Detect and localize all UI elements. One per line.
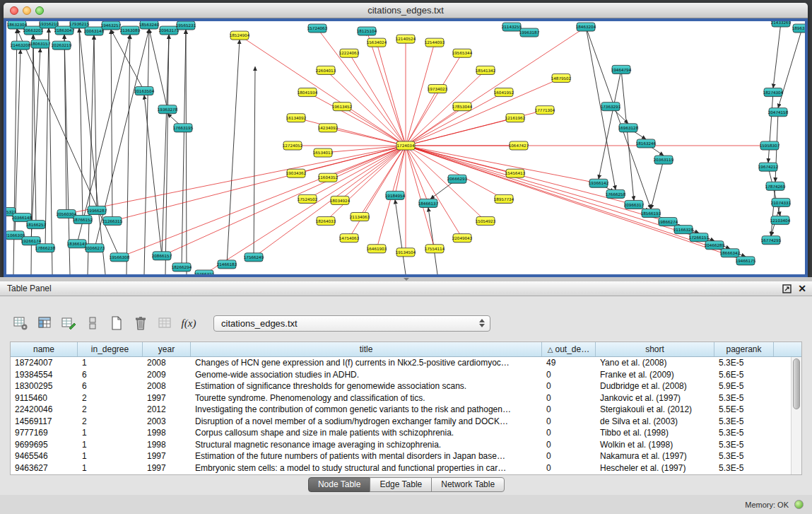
table-cell[interactable]: Changes of HCN gene expression and I(f) … <box>191 358 542 368</box>
graph-node[interactable]: 16041952 <box>494 88 514 97</box>
graph-node[interactable]: 15456413 <box>505 169 526 177</box>
network-canvas[interactable]: 1724034121405241254409319565344185413421… <box>6 21 805 274</box>
table-cell[interactable]: 5.3E-5 <box>714 440 774 450</box>
table-cell[interactable]: 5.3E-5 <box>714 416 774 426</box>
table-cell[interactable]: 9463627 <box>11 463 78 473</box>
table-cell[interactable]: 2008 <box>143 381 191 391</box>
graph-node[interactable]: 21166328 <box>673 226 694 234</box>
network-window[interactable]: citations_edges.txt 17240341214052412544… <box>4 3 808 277</box>
table-row[interactable]: 946362711997Embryonic stem cells: a mode… <box>11 462 801 474</box>
table-cell[interactable]: Genome-wide association studies in ADHD. <box>191 370 542 380</box>
graph-node[interactable]: 21074331 <box>771 198 792 206</box>
graph-node[interactable]: 17853044 <box>452 103 473 111</box>
table-cell[interactable]: 1 <box>78 440 143 450</box>
graph-node[interactable]: 20466289 <box>705 241 725 250</box>
table-cell[interactable]: 5.3E-5 <box>714 358 774 368</box>
graph-node[interactable]: 14234092 <box>318 124 338 132</box>
table-cell[interactable]: 9115460 <box>11 393 78 403</box>
graph-node[interactable]: 21466183 <box>217 260 237 269</box>
table-cell[interactable]: 2008 <box>143 358 191 368</box>
graph-node[interactable]: 16534013 <box>313 148 334 157</box>
graph-node[interactable]: 17663195 <box>173 124 194 132</box>
table-cell[interactable]: 6 <box>78 381 143 391</box>
graph-node[interactable]: 18266294 <box>172 263 192 271</box>
graph-node[interactable]: 20063148 <box>84 27 105 35</box>
table-cell[interactable]: Estimation of significance thresholds fo… <box>191 381 542 391</box>
tab-network-table[interactable]: Network Table <box>431 477 505 492</box>
graph-node[interactable]: 21433269 <box>771 21 792 27</box>
show-columns-button[interactable] <box>35 314 54 332</box>
graph-node[interactable]: 19966287 <box>87 206 107 214</box>
graph-node[interactable]: 19963187 <box>519 28 540 37</box>
table-cell[interactable]: 0 <box>542 404 596 414</box>
graph-node[interactable]: 17266151 <box>689 233 710 242</box>
delete-column-button[interactable] <box>131 314 150 332</box>
import-table-button[interactable] <box>155 314 174 332</box>
graph-node[interactable]: 18463204 <box>576 23 596 31</box>
graph-node[interactable]: 18166257 <box>26 221 47 229</box>
table-cell[interactable]: 0 <box>542 463 596 473</box>
table-cell[interactable]: 0 <box>542 416 596 426</box>
graph-node[interactable]: 17524502 <box>298 194 317 203</box>
graph-node[interactable]: 19674212 <box>758 163 778 171</box>
table-row[interactable]: 911546021997Tourette syndrome. Phenomeno… <box>11 392 801 404</box>
table-cell[interactable]: 1998 <box>143 440 191 450</box>
table-cell[interactable]: Tourette syndrome. Phenomenology and cla… <box>191 393 542 403</box>
graph-node[interactable]: 18666342 <box>720 249 740 257</box>
graph-node[interactable]: 15724063 <box>307 24 328 33</box>
graph-node[interactable]: 18541342 <box>476 66 495 74</box>
table-cell[interactable]: 0 <box>542 381 596 391</box>
table-cell[interactable]: 2 <box>78 416 143 426</box>
table-cell[interactable]: Corpus callosum shape and size in male p… <box>191 428 542 438</box>
table-row[interactable]: 1938455462009Genome-wide association stu… <box>11 369 801 381</box>
graph-node[interactable]: 21143255 <box>502 23 522 31</box>
table-cell[interactable]: 5.3E-5 <box>714 463 774 473</box>
float-panel-icon[interactable] <box>782 284 792 293</box>
table-cell[interactable]: 6 <box>78 370 143 380</box>
graph-node[interactable]: 15958307 <box>760 141 780 150</box>
graph-node[interactable]: 19565231 <box>176 21 196 30</box>
table-cell[interactable]: 5.3E-5 <box>714 428 774 438</box>
table-settings-button[interactable] <box>11 314 30 332</box>
table-cell[interactable]: Embryonic stem cells: a model to study s… <box>191 463 542 473</box>
graph-node[interactable]: 20363119 <box>654 156 674 164</box>
graph-node[interactable]: 19565344 <box>452 49 473 57</box>
column-header-short[interactable]: short <box>596 342 714 356</box>
graph-node[interactable]: 12103404 <box>770 216 791 225</box>
table-cell[interactable]: 1 <box>78 428 143 438</box>
graph-node[interactable]: 17874269 <box>765 182 786 190</box>
table-cell[interactable]: 0 <box>542 451 596 461</box>
column-header-in_degree[interactable]: in_degree <box>78 342 143 356</box>
graph-node[interactable]: 20666291 <box>447 175 468 183</box>
table-cell[interactable]: 0 <box>542 428 596 438</box>
graph-node[interactable]: 18125104 <box>357 27 377 35</box>
graph-node[interactable]: 18957734 <box>494 194 514 203</box>
table-cell[interactable]: Dudbridge et al. (2008) <box>596 381 714 391</box>
graph-node[interactable]: 17363291 <box>601 103 621 111</box>
graph-node[interactable]: 17566249 <box>244 253 264 262</box>
table-cell[interactable]: Structural magnetic resonance image aver… <box>191 440 542 450</box>
table-cell[interactable]: 1998 <box>143 428 191 438</box>
graph-node[interactable]: 18034924 <box>330 196 351 204</box>
graph-node[interactable]: 19184954 <box>385 191 406 199</box>
table-cell[interactable]: 22420046 <box>11 404 78 414</box>
table-cell[interactable]: 0 <box>542 440 596 450</box>
table-row[interactable]: 1872400712008Changes of HCN gene express… <box>11 357 801 369</box>
table-row[interactable]: 946554611997Estimation of the future num… <box>11 450 801 462</box>
graph-node[interactable]: 18264033 <box>316 217 336 226</box>
table-cell[interactable]: 9465546 <box>11 451 78 461</box>
graph-node[interactable]: 20263219 <box>52 41 72 49</box>
table-cell[interactable]: 2 <box>78 404 143 414</box>
table-cell[interactable]: Stergiakouli et al. (2012) <box>596 404 714 414</box>
graph-node[interactable]: 18524904 <box>230 31 250 40</box>
graph-node[interactable]: 19034362 <box>286 169 306 177</box>
graph-node[interactable]: 20163504 <box>134 87 155 95</box>
table-row[interactable]: 1456911722003Disruption of a novel membe… <box>11 416 801 428</box>
table-cell[interactable]: 2 <box>78 393 143 403</box>
graph-node[interactable]: 18163246 <box>636 139 657 148</box>
graph-node[interactable]: 19866274 <box>658 218 678 226</box>
graph-node[interactable]: 19734023 <box>428 85 448 93</box>
column-header-pagerank[interactable]: pagerank <box>714 342 774 356</box>
function-builder-button[interactable]: f(x) <box>180 314 198 332</box>
table-row[interactable]: 1830029562008Estimation of significance … <box>11 380 801 392</box>
